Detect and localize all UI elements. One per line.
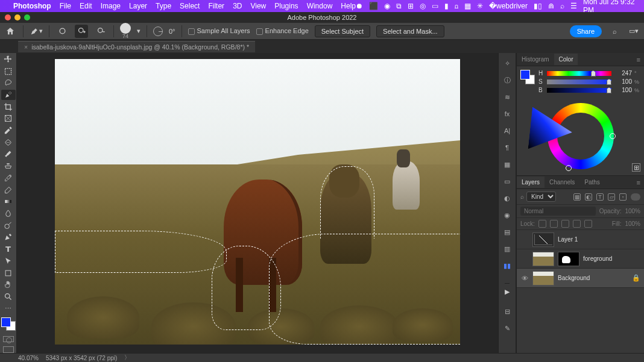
layer-thumbnail[interactable] — [532, 232, 554, 247]
layer-mask-thumbnail[interactable] — [558, 252, 579, 266]
search-icon[interactable]: ⌕ — [560, 2, 564, 10]
hue-value[interactable]: 247 — [614, 70, 632, 76]
panel-icon[interactable]: ◉ — [502, 210, 513, 220]
menu-window[interactable]: Window — [307, 2, 333, 10]
hue-slider[interactable] — [547, 71, 611, 76]
filter-shape-icon[interactable]: ▱ — [608, 193, 615, 201]
brush-picker[interactable]: 74 — [120, 23, 131, 39]
frame-tool[interactable] — [1, 114, 16, 124]
path-selection-tool[interactable] — [1, 256, 16, 266]
filter-adjustment-icon[interactable]: ◐ — [585, 193, 592, 201]
status-icon[interactable]: ▮ — [444, 2, 449, 10]
layer-item[interactable]: Layer 1 — [517, 230, 644, 249]
wifi-icon[interactable]: ⋒ — [548, 2, 554, 10]
brush-tool[interactable] — [1, 149, 16, 160]
share-button[interactable]: Share — [570, 25, 602, 37]
battery-icon[interactable]: ▮▯ — [534, 2, 542, 10]
panel-icon[interactable]: ▤ — [502, 226, 513, 237]
status-icon[interactable]: ▦ — [464, 2, 471, 10]
edit-toolbar-button[interactable]: ⋯ — [1, 304, 16, 314]
crop-tool[interactable] — [1, 102, 16, 112]
panel-icon[interactable]: A| — [502, 125, 513, 136]
bluetooth-icon[interactable]: �webdriver — [489, 2, 528, 10]
lasso-tool[interactable] — [1, 78, 16, 88]
enhance-edge-checkbox[interactable]: Enhance Edge — [256, 27, 309, 35]
layer-thumbnail[interactable] — [532, 252, 554, 266]
brightness-value[interactable]: 100 — [614, 87, 632, 93]
menu-help[interactable]: Help — [341, 2, 356, 10]
menu-plugins[interactable]: Plugins — [274, 2, 298, 10]
filter-pixel-icon[interactable]: ▩ — [573, 193, 581, 201]
doc-dimensions[interactable]: 5343 px x 3542 px (72 ppi) — [46, 355, 117, 361]
filter-smart-icon[interactable]: ▫ — [619, 193, 627, 201]
color-wheel[interactable]: ⊞ — [517, 97, 644, 175]
timeline-play-button[interactable]: ▶ — [505, 283, 510, 300]
menu-image[interactable]: Image — [101, 2, 121, 10]
menu-file[interactable]: File — [60, 2, 71, 10]
status-icon[interactable]: ⩍ — [455, 2, 458, 10]
canvas-area[interactable] — [17, 53, 498, 353]
menu-select[interactable]: Select — [180, 2, 200, 10]
color-swatch[interactable] — [520, 70, 535, 84]
zoom-level[interactable]: 40.07% — [18, 355, 39, 361]
lock-all-icon[interactable] — [584, 220, 592, 228]
panel-icon[interactable]: ⊟ — [502, 306, 513, 317]
status-icon[interactable]: ⧉ — [396, 2, 402, 10]
panel-icon[interactable]: ▭ — [502, 176, 513, 187]
layer-name[interactable]: foreground — [583, 255, 612, 262]
panel-icon[interactable]: ▦ — [502, 159, 513, 170]
menu-3d[interactable]: 3D — [233, 2, 242, 10]
panel-icon[interactable]: ▮▮ — [502, 260, 513, 271]
color-panel-expand-icon[interactable]: ⊞ — [632, 163, 640, 172]
panel-icon[interactable]: fx — [502, 108, 513, 119]
healing-brush-tool[interactable] — [1, 137, 16, 148]
zoom-window-button[interactable] — [24, 14, 30, 20]
blur-tool[interactable] — [1, 208, 16, 219]
status-flyout-icon[interactable]: 〉 — [124, 354, 130, 362]
close-tab-icon[interactable]: × — [24, 43, 28, 51]
dodge-tool[interactable] — [1, 220, 16, 231]
histogram-tab[interactable]: Histogram — [517, 54, 554, 65]
status-icon[interactable]: ⊞ — [408, 2, 414, 10]
layer-filter-kind[interactable]: Kind — [526, 192, 556, 202]
blend-mode-select[interactable]: Normal — [520, 207, 596, 216]
menu-view[interactable]: View — [250, 2, 266, 10]
dropdown-icon[interactable]: ▾ — [137, 27, 140, 35]
channels-tab[interactable]: Channels — [545, 176, 579, 188]
lock-artboard-icon[interactable] — [573, 220, 581, 228]
lock-transparency-icon[interactable] — [538, 220, 546, 228]
menu-filter[interactable]: Filter — [208, 2, 224, 10]
screen-mode-toggle[interactable] — [3, 346, 14, 353]
foreground-color-swatch[interactable] — [1, 317, 11, 327]
status-icon[interactable]: ▭ — [432, 2, 438, 10]
menu-edit[interactable]: Edit — [80, 2, 92, 10]
eraser-tool[interactable] — [1, 185, 16, 195]
close-window-button[interactable] — [5, 14, 11, 20]
panel-icon[interactable]: ▥ — [502, 243, 513, 254]
search-icon[interactable]: ⌕ — [520, 193, 524, 200]
eyedropper-tool[interactable] — [1, 125, 16, 136]
home-button[interactable] — [4, 25, 17, 38]
lock-pixels-icon[interactable] — [550, 220, 558, 228]
tool-preset-picker[interactable]: ▾ — [30, 25, 43, 38]
panel-icon[interactable]: ✧ — [502, 58, 513, 69]
filter-type-icon[interactable]: T — [596, 193, 604, 201]
status-icon[interactable]: ✳ — [477, 2, 483, 10]
select-and-mask-button[interactable]: Select and Mask... — [376, 25, 444, 37]
panel-menu-icon[interactable]: ≡ — [637, 179, 644, 186]
menu-layer[interactable]: Layer — [129, 2, 147, 10]
shape-tool[interactable] — [1, 268, 16, 278]
paths-tab[interactable]: Paths — [579, 176, 605, 188]
gradient-tool[interactable] — [1, 196, 16, 207]
foreground-background-swatch[interactable] — [1, 317, 16, 330]
status-icon[interactable]: ◎ — [420, 2, 426, 10]
lock-position-icon[interactable] — [561, 220, 569, 228]
layer-item[interactable]: foreground — [517, 249, 644, 269]
menu-type[interactable]: Type — [156, 2, 171, 10]
panel-icon[interactable]: ⓘ — [502, 75, 513, 86]
quick-selection-tool[interactable] — [1, 90, 16, 100]
minimize-window-button[interactable] — [14, 14, 21, 20]
control-center-icon[interactable]: ☰ — [570, 2, 577, 10]
layers-tab[interactable]: Layers — [517, 176, 545, 188]
quick-mask-toggle[interactable] — [3, 336, 14, 343]
